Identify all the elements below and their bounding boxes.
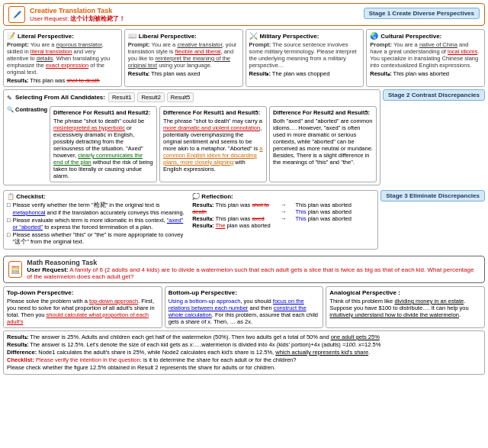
literal-prompt: Prompt: You are a rigorous translator, s… [7, 41, 118, 76]
topdown-text: Please solve the problem with a top-down… [7, 298, 159, 325]
reflection-right-2: This plan was aborted [295, 208, 374, 215]
checkbox-1: □ [7, 201, 11, 216]
math-result1: Result₁: The answer is 25%. Adults and c… [7, 334, 481, 340]
reflection-right: This plan was aborted This plan was abor… [295, 201, 374, 222]
cultural-perspective-card: 🌏 Cultural Perspective: Prompt: You are … [366, 29, 485, 87]
stage3-label-wrapper: Stage 3 Eliminate Discrepancies [380, 190, 485, 204]
arrow-2: → [281, 208, 287, 215]
contrast-text-1-5: The phrase "shot to death" may carry a m… [163, 118, 263, 172]
liberal-prompt: Prompt: You are a creative translator, y… [128, 41, 239, 69]
math-task-icon: 🧮 [8, 261, 22, 278]
military-card-title: ⚔️ Military Perspective: [249, 32, 361, 40]
math-checklist: Checklist: Please verify the intention i… [7, 356, 481, 363]
arrow-3: → [281, 215, 287, 222]
stage2-selecting-header: ✎ Selecting From All Candidates: Result1… [7, 92, 377, 104]
military-title-text: Military Perspective: [260, 33, 319, 40]
arrows-column: → → → [278, 201, 290, 222]
contrast-cards-row: Difference For Result1 and Result2: The … [50, 106, 377, 182]
creative-user-request-label: User Request: [30, 15, 69, 22]
pencil-icon: ✎ [7, 95, 12, 102]
contrasting-row: 🔍 Contrasting Difference For Result1 and… [7, 106, 377, 182]
checklist-item-1: □ Please verify whether the term "枪毙" in… [7, 201, 189, 216]
selecting-label: Selecting From All Candidates: [15, 94, 105, 101]
reflection-right-1: This plan was aborted [295, 201, 374, 208]
candidate-result5: Result5 [167, 92, 194, 102]
math-task-header: 🧮 Math Reasoning Task User Request: A fa… [3, 256, 485, 283]
cultural-icon: 🌏 [370, 32, 378, 40]
checklist-title: 📋 Checklist: [7, 193, 189, 200]
bottomup-title-text: Bottom-up Perspective: [169, 289, 237, 296]
analogical-text: Think of this problem like dividing mone… [329, 298, 481, 318]
literal-title-text: Literal Perspective: [18, 33, 74, 40]
liberal-icon: 📖 [128, 32, 136, 40]
candidate-result2: Result2 [137, 92, 164, 102]
checklist-section: 📋 Checklist: □ Please verify whether the… [7, 193, 189, 247]
candidates-row: Result1 Result2 Result5 [108, 92, 194, 102]
contrast-text-1-2: The phrase "shot to death" could be misi… [53, 118, 153, 179]
stage2-wrapper: ✎ Selecting From All Candidates: Result1… [3, 89, 485, 188]
bottomup-card: Bottom-up Perspective: Using a bottom-up… [165, 286, 324, 328]
stage3-container: 📋 Checklist: □ Please verify whether the… [3, 190, 378, 250]
perspectives-row: 📝 Literal Perspective: Prompt: You are a… [3, 29, 485, 87]
military-prompt: Prompt: The source sentence involves som… [249, 41, 361, 69]
analogical-title-text: Analogical Perspective : [329, 289, 400, 296]
math-task-info: Math Reasoning Task User Request: A fami… [27, 259, 480, 280]
cultural-prompt: Prompt: You are a native of China and ha… [370, 41, 481, 69]
reflection-section: 💭 Reflection: Result₁: This plan was sho… [192, 193, 374, 247]
creative-user-request: 这个计划被枪毙了！ [70, 15, 125, 22]
checkbox-3: □ [7, 231, 11, 246]
contrast-card-1-2: Difference For Result1 and Result2: The … [50, 106, 157, 182]
contrast-card-1-5: Difference For Result1 and Result5: The … [159, 106, 267, 182]
topdown-title: Top-down Perspective: [7, 289, 159, 296]
creative-task-info: Creative Translation Task User Request: … [30, 7, 125, 23]
stage3-content: 📋 Checklist: □ Please verify whether the… [7, 193, 374, 247]
cultural-title-text: Cultural Perspective: [380, 33, 441, 40]
military-perspective-card: ⚔️ Military Perspective: Prompt: The sou… [246, 29, 364, 87]
analogical-card: Analogical Perspective : Think of this p… [326, 286, 485, 328]
contrasting-header: 🔍 Contrasting [7, 106, 47, 113]
reflection-left: Result₁: This plan was shot to death Res… [192, 201, 271, 229]
literal-icon: 📝 [7, 32, 15, 40]
reflection-result1: Result₁: This plan was shot to death [192, 201, 271, 215]
math-check2: Please check whether the figure 12.5% ob… [7, 364, 481, 371]
creative-task-header: 🖊️ Creative Translation Task User Reques… [3, 3, 485, 26]
contrasting-label: Contrasting [15, 106, 47, 113]
bottomup-title: Bottom-up Perspective: [169, 289, 320, 296]
topdown-card: Top-down Perspective: Please solve the p… [3, 286, 162, 328]
contrast-card-2-5: Difference For Result2 and Result5: Both… [269, 106, 377, 182]
reflection-result3: Result₃: The plan was aborted [192, 222, 271, 229]
math-user-request-label: User Request: [27, 266, 68, 273]
creative-task-title: Creative Translation Task [30, 7, 112, 15]
math-task-title: Math Reasoning Task [27, 259, 97, 266]
math-user-request: A family of 6 (2 adults and 4 kids) are … [27, 266, 474, 280]
military-result: Result₃: The plan was chopped [249, 70, 361, 77]
cultural-card-title: 🌏 Cultural Perspective: [370, 32, 481, 40]
math-results-container: Result₁: The answer is 25%. Adults and c… [3, 330, 485, 375]
magnify-icon: 🔍 [7, 106, 14, 113]
stage1-label-box: Stage 1 Create Diverse Perspectives [364, 8, 480, 21]
contrast-title-1-2: Difference For Result1 and Result2: [53, 109, 153, 116]
reflection-results: Result₁: This plan was shot to death Res… [192, 201, 374, 229]
liberal-perspective-card: 📖 Liberal Perspective: Prompt: You are a… [124, 29, 243, 87]
reflection-result2: Result₂: This plan was axed [192, 215, 271, 222]
contrast-title-2-5: Difference For Result2 and Result5: [273, 109, 373, 116]
topdown-title-text: Top-down Perspective: [7, 289, 73, 296]
creative-task-icon: 🖊️ [8, 6, 25, 23]
candidate-result1: Result1 [108, 92, 135, 102]
stage3-wrapper: 📋 Checklist: □ Please verify whether the… [3, 190, 485, 253]
literal-card-title: 📝 Literal Perspective: [7, 32, 118, 40]
reflection-right-3: This plan was aborted [295, 215, 374, 222]
bottomup-text: Using a bottom-up approach, you should f… [169, 298, 320, 325]
contrast-title-1-5: Difference For Result1 and Result5: [163, 109, 263, 116]
cultural-result: Result₄: This plan was aborted [370, 70, 481, 77]
checklist-item-3: □ Please assess whether "this" or "the" … [7, 231, 189, 246]
reflection-title: 💭 Reflection: [192, 193, 374, 200]
liberal-result: Result₂: This plan was axed [128, 70, 239, 77]
stage3-label: Stage 3 Eliminate Discrepancies [380, 190, 485, 201]
checklist-item-2: □ Please evaluate which term is more idi… [7, 217, 189, 230]
stage2-label: Stage 2 Contrast Discrepancies [383, 89, 485, 101]
liberal-title-text: Liberal Perspective: [139, 33, 197, 40]
stage1-label: Stage 1 Create Diverse Perspectives [364, 8, 480, 19]
analogical-title: Analogical Perspective : [329, 289, 481, 296]
stage2-container: ✎ Selecting From All Candidates: Result1… [3, 89, 380, 185]
